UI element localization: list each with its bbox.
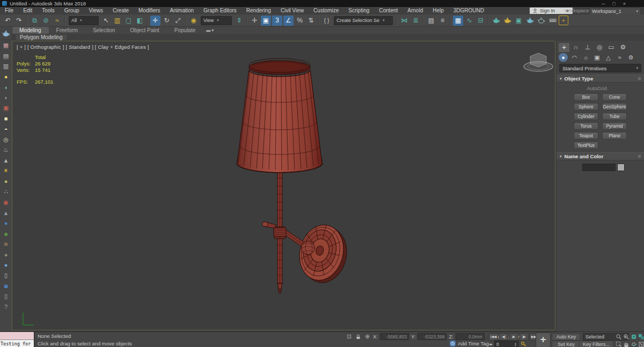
cone-primitive-icon[interactable]: ▲ [0,156,12,166]
ribbon-config-icon[interactable]: ▬ ▾ [203,27,217,34]
snap-2d-icon[interactable]: ▣ [261,16,271,26]
tab-selection[interactable]: Selection [85,27,122,34]
light-meter-icon[interactable]: ◖ [0,82,12,93]
terrain-icon[interactable]: ▲ [0,208,12,218]
teapot-primitive-icon[interactable]: ♨ [0,145,12,156]
menu-item[interactable]: Rendering [241,7,276,14]
select-and-manipulate-icon[interactable]: ⇕ [234,16,244,26]
tab-modeling[interactable]: Modeling [12,27,49,34]
play-button[interactable]: ▶ [509,333,518,341]
menu-item[interactable]: Help [428,7,449,14]
add-time-tag[interactable]: Add Time Tag [450,341,489,346]
rectangular-selection-region-icon[interactable]: ▢ [123,16,134,26]
close-button[interactable]: × [623,1,626,6]
render-production-icon[interactable] [525,16,535,26]
select-color-icon[interactable]: ◙ [0,281,12,292]
auto-key-button[interactable]: Auto Key [552,333,581,341]
object-type-button[interactable]: Plane [602,132,627,139]
rendered-frame-window-icon[interactable]: ▣ [514,16,524,26]
ribbon-toggle-icon[interactable]: ▦ [453,16,463,26]
edit-named-selection-icon[interactable]: { } [321,16,332,26]
crosshair-icon[interactable]: ✛ [250,16,260,26]
zoom-extents-all-icon[interactable] [638,333,644,340]
material-editor-icon[interactable] [491,16,501,26]
teapot-viewport-icon[interactable] [0,27,12,40]
object-type-button[interactable]: Torus [574,122,598,130]
scene-explorer-icon[interactable]: ≡ [437,16,448,26]
y-coordinate-field[interactable]: -5323,399 [418,333,447,340]
lights-category-icon[interactable]: ☼ [581,53,590,62]
key-step-icons[interactable]: ◂▸ [489,342,493,346]
modify-tab-icon[interactable]: ∩ [570,43,581,52]
menu-item[interactable]: Tools [37,7,59,14]
spinner-snap-icon[interactable]: ⇅ [306,16,316,26]
macro-recorder-line[interactable] [0,332,34,340]
foliage-icon[interactable]: ♣ [0,228,12,239]
tab-populate[interactable]: Populate [167,27,203,34]
maximize-viewport-icon[interactable] [638,341,644,347]
unlink-selection-icon[interactable]: ⊘ [41,16,51,26]
menu-item[interactable]: Modifiers [134,7,165,14]
particles-icon[interactable]: ∴ [0,187,12,197]
object-type-button[interactable]: TextPlus [574,142,598,149]
polygon-modeling-panel-button[interactable]: Polygon Modeling [15,34,68,41]
help-icon[interactable]: ? [0,302,12,313]
mirror-icon[interactable]: ⋈ [399,16,409,26]
sphere-primitive-icon[interactable]: ● [0,176,12,187]
shapes-category-icon[interactable]: ◠ [570,53,579,62]
menu-item[interactable]: Create [108,7,134,14]
align-icon[interactable]: ≣ [411,16,421,26]
named-selection-set-dropdown[interactable]: Create Selection Se [334,16,393,25]
select-by-name-icon[interactable]: ▥ [112,16,122,26]
state-list-icon[interactable]: ▤ [0,51,12,62]
layer-manager-icon[interactable]: ▤ [426,16,436,26]
menu-item[interactable]: Graph Editors [199,7,241,14]
viewport-canvas[interactable]: [ + ] [ Orthographic ] [ Standard ] [ Cl… [12,41,555,330]
selection-lock-icon[interactable] [355,334,362,340]
selection-filter-dropdown[interactable]: All [69,16,99,25]
state-sets-icon[interactable]: + [559,16,568,25]
object-type-button[interactable]: Box [574,93,598,101]
ring-primitive-icon[interactable]: ◎ [0,135,12,145]
object-type-button[interactable]: Sphere [574,103,598,110]
schematic-view-icon[interactable]: ⊟ [475,16,486,26]
primitive-category-dropdown[interactable]: Standard Primitives [559,64,641,72]
menu-item[interactable]: Views [84,7,108,14]
set-keys-button[interactable]: + [536,333,551,347]
space-warps-category-icon[interactable]: ≈ [615,53,624,62]
previous-frame-button[interactable]: ◀| [499,333,508,341]
menu-item[interactable]: Arnold [402,7,428,14]
object-type-header[interactable]: ▾ Object Type [557,75,644,83]
camera-icon[interactable]: ▣ [0,103,12,114]
menu-item[interactable]: 3DGROUND [449,7,489,14]
select-and-link-icon[interactable]: ⧉ [30,16,40,26]
tab-object-paint[interactable]: Object Paint [122,27,166,34]
zoom-all-icon[interactable] [623,333,630,340]
hierarchy-tab-icon[interactable]: ⊥ [582,43,593,52]
systems-category-icon[interactable]: ⚙ [626,53,635,62]
listener-line[interactable]: Testing for i [0,340,34,347]
render-setup-icon[interactable] [502,16,513,26]
fur-icon[interactable]: ≋ [0,239,12,250]
redo-icon[interactable]: ↷ [14,16,24,26]
key-filters-button[interactable]: Key Filters... [579,341,613,347]
light-lister-icon[interactable]: ● [0,72,12,83]
zoom-region-icon[interactable] [615,341,622,347]
offset-mode-icon[interactable]: ⊕ [364,334,371,340]
object-type-button[interactable]: GeoSphere [602,103,627,110]
object-color-swatch[interactable] [617,164,625,171]
select-and-scale-icon[interactable]: ⤢ [173,16,183,26]
menu-item[interactable]: Scripting [343,7,374,14]
parameter-list-icon[interactable]: ▥ [0,61,12,72]
motion-tab-icon[interactable]: ◎ [594,43,605,52]
reference-coordinate-dropdown[interactable]: View [201,16,232,25]
object-type-button[interactable]: Cone [602,93,627,101]
viewcube[interactable] [519,49,557,77]
snap-3d-icon[interactable]: 3 [272,16,282,26]
isolate-selection-icon[interactable]: ⊡ [346,334,353,340]
grid-pair-icon[interactable]: ⊞⊞ [547,16,558,26]
select-and-rotate-icon[interactable]: ↻ [162,16,172,26]
object-type-button[interactable]: Tube [602,113,627,120]
key-mode-icon[interactable] [521,341,526,347]
minimize-button[interactable]: ─ [602,1,605,6]
